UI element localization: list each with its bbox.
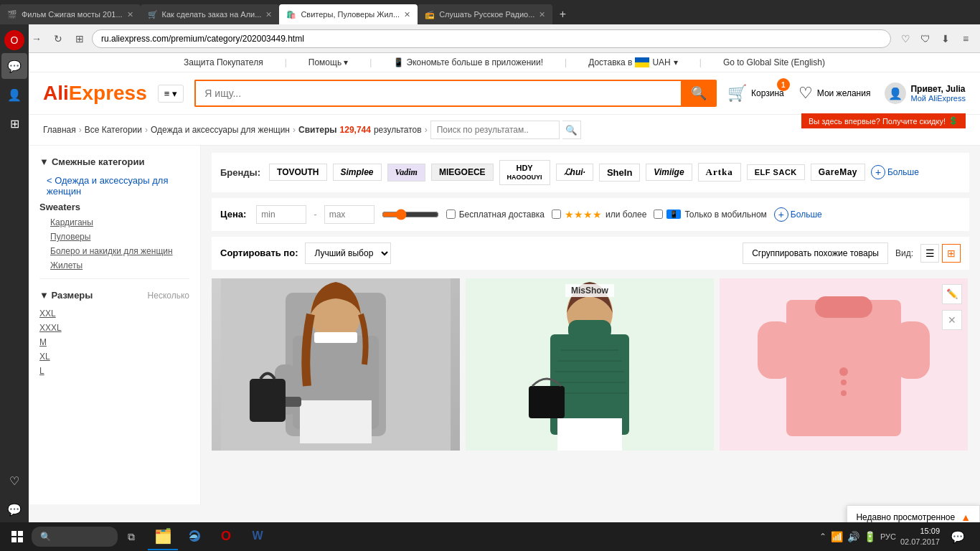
grid-view-button[interactable]: ⊞ <box>942 244 961 263</box>
edit-overlay[interactable]: ✏️ <box>942 284 962 304</box>
mobile-filter[interactable]: 📱 Только в мобильном <box>654 209 766 220</box>
search-icon: 🔍 <box>691 85 707 101</box>
size-l[interactable]: L <box>39 364 189 378</box>
sidebar-parent-cat[interactable]: < Одежда и аксессуары для женщин <box>39 173 189 199</box>
price-min-input[interactable] <box>256 205 306 224</box>
wishlist-button[interactable]: ♡ Мои желания <box>798 84 871 103</box>
app-icon-chat[interactable]: 💬 <box>1 496 27 504</box>
tab-radio[interactable]: 📻 Слушать Русское Радио... ✕ <box>418 4 552 24</box>
brand-artka[interactable]: Artka <box>698 163 741 182</box>
product-card-2[interactable]: MisShow <box>466 278 714 451</box>
tab-howto[interactable]: 🛒 Как сделать заказ на Али... ✕ <box>141 4 280 24</box>
svg-rect-12 <box>568 320 611 340</box>
sidebar-subcat-pullovers[interactable]: Пуловеры <box>39 230 189 244</box>
user-account-link[interactable]: Мой AliExpress <box>910 94 966 103</box>
brand-hdy[interactable]: HDYHAOOOUYI <box>499 160 550 185</box>
app-icon-whatsapp[interactable]: 💬 <box>1 53 27 79</box>
aliexpress-logo[interactable]: AliExpress <box>43 82 147 105</box>
discount-text: Вы здесь впервые? Получите скидку! <box>809 117 946 126</box>
mobile-icon2: 📱 <box>666 209 681 219</box>
sort-row: Сортировать по: Лучший выбор Сгруппирова… <box>212 237 969 270</box>
group-similar-button[interactable]: Сгруппировать похожие товары <box>743 242 888 264</box>
svg-point-23 <box>839 367 848 376</box>
download-icon[interactable]: ⬇ <box>937 30 954 47</box>
sidebar: ▼ Смежные категории < Одежда и аксессуар… <box>29 146 201 504</box>
tab-close-icon[interactable]: ✕ <box>127 10 133 19</box>
tab-title: Свитеры, Пуловеры Жил... <box>301 10 400 19</box>
free-delivery-filter[interactable]: Бесплатная доставка <box>446 209 545 220</box>
bookmark-icon[interactable]: ♡ <box>897 30 914 47</box>
more-brands-button[interactable]: + Больше <box>871 165 919 179</box>
sidebar-subcat-cardigans[interactable]: Кардиганы <box>39 215 189 230</box>
size-m[interactable]: M <box>39 335 189 349</box>
forward-button[interactable]: → <box>27 29 46 48</box>
price-range-slider[interactable] <box>382 209 439 220</box>
brand-simplee[interactable]: Simplee <box>333 164 382 181</box>
stars-label: или более <box>606 209 646 220</box>
brand-vimiige[interactable]: Vimiige <box>646 164 692 181</box>
brand-tovouth[interactable]: TOVOUTH <box>269 164 326 181</box>
tab-close-icon[interactable]: ✕ <box>404 10 410 19</box>
more-filters-button[interactable]: + Больше <box>774 207 822 222</box>
size-xxxl[interactable]: XXXL <box>39 321 189 335</box>
tab-close-icon[interactable]: ✕ <box>539 10 545 19</box>
menu-button[interactable]: ≡ ▾ <box>158 85 184 103</box>
brand-elfsack[interactable]: ELF SACK <box>747 164 805 180</box>
discount-banner[interactable]: Вы здесь впервые? Получите скидку! 💲 <box>801 113 966 128</box>
cart-button[interactable]: 🛒 1 Корзина <box>727 84 784 103</box>
tab-close-icon[interactable]: ✕ <box>265 10 272 19</box>
search-icon2: 🔍 <box>565 125 578 136</box>
menu-icon[interactable]: ≡ <box>957 30 974 47</box>
sidebar-subcat-vests[interactable]: Жилеты <box>39 258 189 273</box>
stars-checkbox[interactable] <box>552 209 561 219</box>
brand-lhui[interactable]: ℒhui· <box>556 164 593 181</box>
size-xl[interactable]: XL <box>39 349 189 364</box>
stars-filter[interactable]: ★★★★ или более <box>552 209 646 220</box>
brands-label: Бренды: <box>220 167 260 178</box>
tab-film[interactable]: 🎬 Фильм Сжигая мосты 201... ✕ <box>0 4 141 24</box>
new-tab-button[interactable]: + <box>552 4 573 24</box>
breadcrumb-home[interactable]: Главная <box>43 125 76 135</box>
app-icon-opera[interactable]: O <box>4 30 24 50</box>
product-card-1[interactable] <box>212 278 460 451</box>
search-container: 🔍 <box>194 80 717 107</box>
search-input[interactable] <box>194 80 681 107</box>
brand-shein[interactable]: SheIn <box>599 164 640 182</box>
svg-rect-4 <box>314 332 357 343</box>
app-icon-social[interactable]: 👤 <box>1 82 27 108</box>
refresh-button[interactable]: ↻ <box>49 29 67 48</box>
related-cats-title[interactable]: ▼ Смежные категории <box>39 156 189 167</box>
search-button[interactable]: 🔍 <box>681 80 717 107</box>
svg-rect-22 <box>815 296 872 318</box>
help-button[interactable]: Помощь ▾ <box>308 57 348 67</box>
brand-vadim[interactable]: Vadim <box>387 164 425 182</box>
size-xxl[interactable]: XXL <box>39 306 189 321</box>
product-image-svg-1 <box>212 278 460 451</box>
currency-label: UAH <box>652 57 670 67</box>
sizes-header: ▼ Размеры Несколько <box>39 290 189 301</box>
sizes-section-title[interactable]: ▼ Размеры <box>39 290 93 301</box>
price-max-input[interactable] <box>324 205 374 224</box>
list-view-button[interactable]: ☰ <box>920 244 939 263</box>
tab-sweaters[interactable]: 🛍️ Свитеры, Пуловеры Жил... ✕ <box>279 4 418 24</box>
product-card-3[interactable]: ✏️ ✕ <box>720 278 968 451</box>
free-delivery-checkbox[interactable] <box>446 209 456 219</box>
result-search-button[interactable]: 🔍 <box>562 121 581 139</box>
sort-select[interactable]: Лучший выбор <box>305 242 391 264</box>
breadcrumb-all-cats[interactable]: Все Категории <box>85 125 142 135</box>
extensions-button[interactable]: ⊞ <box>70 29 89 48</box>
breadcrumb-women[interactable]: Одежда и аксессуары для женщин <box>151 125 290 135</box>
global-site-link[interactable]: Go to Global Site (English) <box>723 57 825 67</box>
product-grid: MisShow <box>212 276 969 453</box>
app-icon-grid[interactable]: ⊞ <box>1 110 27 136</box>
user-button[interactable]: 👤 Привет, Julia Мой AliExpress <box>885 83 966 104</box>
remove-overlay[interactable]: ✕ <box>942 310 962 330</box>
vpn-icon[interactable]: 🛡 <box>917 30 934 47</box>
sidebar-subcat-bolero[interactable]: Болеро и накидки для женщин <box>39 244 189 258</box>
result-search-input[interactable] <box>430 121 560 139</box>
brand-garemay[interactable]: GareMay <box>811 164 865 181</box>
address-bar[interactable] <box>92 29 891 48</box>
app-icon-heart[interactable]: ♡ <box>1 468 27 494</box>
mobile-checkbox[interactable] <box>654 209 663 219</box>
brand-miegoece[interactable]: MIEGOECE <box>431 164 494 181</box>
